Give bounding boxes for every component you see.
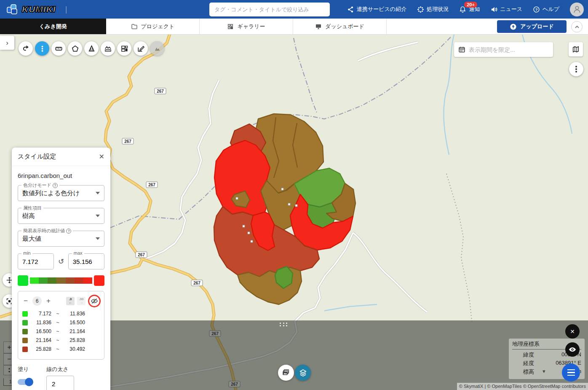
class-row: 16.500~21.164	[22, 328, 100, 334]
line-width-input[interactable]	[46, 376, 74, 390]
style-settings-panel: スタイル設定 ✕ 6rinpan.carbon_out 色分けモード? 数値列に…	[12, 148, 110, 390]
ruler-icon	[55, 45, 63, 53]
max-input[interactable]	[69, 254, 104, 269]
chevron-down-icon	[96, 192, 100, 194]
svg-text:267: 267	[157, 89, 164, 94]
date-range-input[interactable]	[469, 46, 540, 53]
undo-icon	[22, 45, 30, 53]
kebab-icon	[575, 65, 577, 73]
class-row: 21.164~25.828	[22, 337, 100, 343]
topbar-menu: 連携サービスの紹介 処理状況 通知 20+ ニュース ? ヘルプ	[347, 0, 584, 19]
speaker-icon	[490, 6, 497, 13]
map-icon	[572, 46, 580, 53]
measure-length-button[interactable]	[51, 41, 66, 56]
help-icon[interactable]: ?	[66, 229, 71, 234]
increase-classes-button[interactable]: +	[44, 297, 53, 305]
class-swatch[interactable]	[22, 347, 28, 352]
forest-stand-polygons[interactable]	[214, 114, 355, 304]
edit-button[interactable]	[134, 41, 148, 56]
layout-button[interactable]	[117, 41, 131, 56]
class-swatch[interactable]	[22, 338, 28, 343]
sidebar-expand-button[interactable]: ›	[0, 36, 14, 50]
tab-dashboard[interactable]: ダッシュボード	[293, 19, 387, 34]
map-canvas[interactable]: 267 267 267 267 267 267 267 + − ▲▼ 100 m…	[0, 35, 588, 390]
undo-button[interactable]	[19, 41, 33, 56]
max-field[interactable]: max	[68, 253, 104, 269]
user-avatar[interactable]	[570, 3, 584, 16]
upload-button[interactable]: アップロード	[497, 20, 567, 33]
menu-item-notifications[interactable]: 通知 20+	[459, 5, 480, 13]
hide-classes-button[interactable]	[88, 295, 101, 307]
svg-text:267: 267	[193, 281, 200, 285]
drawer-drag-handle[interactable]	[280, 323, 288, 326]
decrease-classes-button[interactable]: −	[21, 297, 30, 305]
fill-toggle[interactable]	[18, 379, 32, 385]
map-attribution: © SkymatiX | © OpenMapTiles © OpenStreet…	[457, 383, 588, 390]
hamburger-icon	[567, 369, 575, 371]
menu-item-services[interactable]: 連携サービスの紹介	[347, 5, 406, 13]
basemap-style-button[interactable]	[569, 42, 583, 56]
collapse-header-button[interactable]	[571, 21, 583, 32]
chevron-up-icon	[575, 24, 580, 30]
layers-button[interactable]	[295, 365, 311, 381]
help-icon: ?	[533, 6, 540, 13]
profile-icon	[104, 45, 112, 53]
trail-dotted-line	[446, 174, 472, 321]
stream-lines	[324, 35, 572, 311]
chevron-down-icon	[96, 237, 100, 240]
ramp-start-swatch[interactable]	[18, 275, 28, 286]
measure-area-button[interactable]	[68, 41, 82, 56]
layout-icon	[120, 45, 128, 53]
grid-icon	[227, 23, 234, 30]
eye-icon	[568, 345, 577, 354]
date-filter[interactable]	[454, 42, 553, 57]
chevron-right-icon: ›	[6, 39, 8, 47]
class-swatch[interactable]	[22, 311, 28, 317]
menu-item-processing[interactable]: 処理状況	[417, 5, 449, 13]
min-input[interactable]	[18, 254, 53, 269]
tab-gallery[interactable]: ギャラリー	[200, 19, 293, 34]
class-row: 11.836~16.500	[22, 320, 100, 325]
svg-text:267: 267	[124, 139, 131, 144]
class-breaks-box: − 6 + .0← .00→ 7.172~11.836	[18, 291, 104, 360]
statistic-select[interactable]: 簡易表示時の統計値? 最大値	[18, 231, 104, 247]
vertex-tool-button[interactable]	[35, 41, 49, 56]
measure-volume-button[interactable]	[84, 41, 99, 56]
terrain-tool-button[interactable]	[150, 41, 164, 56]
menu-item-help[interactable]: ? ヘルプ	[533, 5, 559, 13]
decrease-decimals-button[interactable]: .0←	[66, 297, 75, 305]
visibility-button[interactable]	[565, 342, 580, 357]
edit-icon	[137, 45, 145, 53]
reset-range-button[interactable]: ↺	[56, 257, 66, 266]
kumiki-logo[interactable]: KUMIKI |	[0, 3, 67, 15]
terrain-icon	[153, 45, 161, 53]
min-field[interactable]: min	[18, 253, 54, 269]
class-count: 6	[32, 296, 42, 306]
svg-text:267: 267	[138, 253, 145, 257]
map-options-button[interactable]	[569, 62, 583, 76]
tab-projects[interactable]: プロジェクト	[106, 19, 200, 34]
class-swatch[interactable]	[22, 329, 28, 334]
ramp-end-swatch[interactable]	[94, 275, 104, 286]
class-row: 25.828~30.492	[22, 346, 100, 352]
menu-item-news[interactable]: ニュース	[490, 5, 522, 13]
class-swatch[interactable]	[22, 320, 28, 325]
fab-menu-button[interactable]	[562, 363, 580, 382]
brand-name: KUMIKI	[22, 4, 56, 14]
elevation-profile-button[interactable]	[101, 41, 115, 56]
attribute-select[interactable]: 属性項目 樹高	[18, 208, 104, 224]
close-drawer-button[interactable]: ✕	[565, 324, 580, 339]
tab-workspace[interactable]: くみき開発	[0, 19, 106, 34]
gallery-layers-button[interactable]	[278, 365, 294, 381]
upload-icon	[510, 23, 517, 30]
panel-title: スタイル設定	[18, 153, 56, 161]
svg-text:267: 267	[148, 183, 155, 187]
color-mode-select[interactable]: 色分けモード? 数値列による色分け	[18, 185, 104, 201]
topbar: KUMIKI | 連携サービスの紹介 処理状況 通知 20+ ニュース	[0, 0, 588, 19]
color-ramp	[30, 277, 92, 284]
map-toolbar	[19, 41, 164, 56]
help-icon[interactable]: ?	[53, 183, 58, 188]
increase-decimals-button[interactable]: .00→	[77, 297, 86, 305]
search-input[interactable]	[209, 3, 330, 16]
close-panel-icon[interactable]: ✕	[99, 153, 104, 161]
